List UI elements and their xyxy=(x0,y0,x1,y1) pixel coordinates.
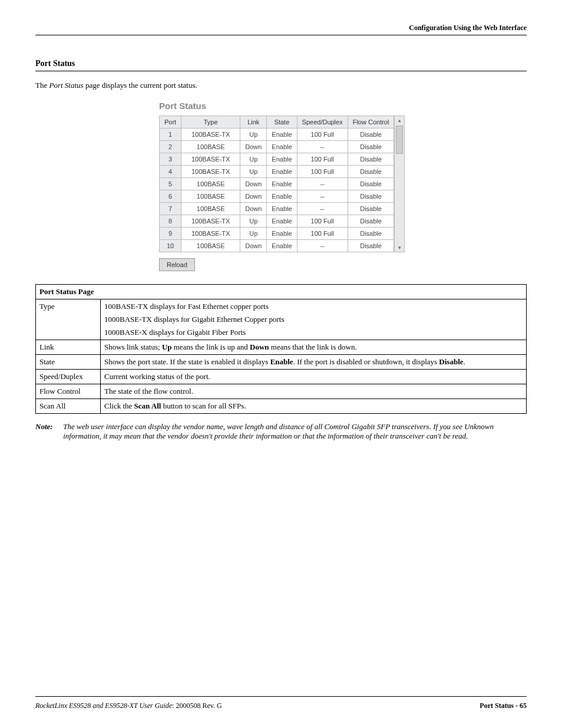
table-cell: 100BASE-TX xyxy=(181,166,240,178)
intro-text: The Port Status page displays the curren… xyxy=(35,81,527,90)
table-cell: 100BASE-TX xyxy=(181,153,240,166)
intro-em: Port Status xyxy=(49,81,83,90)
desc-scan-b1: Scan All xyxy=(134,401,161,410)
table-cell: Enable xyxy=(267,166,297,178)
table-row: 6100BASEDownEnable--Disable xyxy=(160,190,394,203)
table-cell: Down xyxy=(240,240,267,252)
table-cell: Up xyxy=(240,215,267,228)
scroll-down-icon[interactable]: ▾ xyxy=(398,243,401,252)
desc-type-text: 100BASE-TX displays for Fast Ethernet co… xyxy=(101,299,527,340)
table-cell: Disable xyxy=(348,178,394,190)
table-cell: 3 xyxy=(160,153,181,166)
footer-guide-rev: : 2000508 Rev. G xyxy=(172,701,222,710)
desc-speed-text: Current working status of the port. xyxy=(101,370,527,384)
note-label: Note: xyxy=(35,422,61,431)
table-cell: 100BASE-TX xyxy=(181,129,240,141)
desc-link-b2: Down xyxy=(250,342,269,351)
table-cell: 100BASE xyxy=(181,240,240,252)
table-cell: -- xyxy=(297,190,348,203)
table-row: 9100BASE-TXUpEnable100 FullDisable xyxy=(160,228,394,240)
table-cell: 4 xyxy=(160,166,181,178)
table-cell: 5 xyxy=(160,178,181,190)
table-row: 8100BASE-TXUpEnable100 FullDisable xyxy=(160,215,394,228)
header-section-label: Configuration Using the Web Interface xyxy=(35,24,527,35)
table-row: 3100BASE-TXUpEnable100 FullDisable xyxy=(160,153,394,166)
table-cell: 9 xyxy=(160,228,181,240)
desc-link-t1: Shows link status; xyxy=(104,342,162,351)
table-cell: Enable xyxy=(267,215,297,228)
table-row: 4100BASE-TXUpEnable100 FullDisable xyxy=(160,166,394,178)
reload-button[interactable]: Reload xyxy=(159,258,195,271)
table-cell: -- xyxy=(297,178,348,190)
table-cell: Disable xyxy=(348,129,394,141)
scroll-thumb[interactable] xyxy=(396,126,403,154)
page-footer: RocketLinx ES9528 and ES9528-XT User Gui… xyxy=(35,696,527,710)
table-cell: 8 xyxy=(160,215,181,228)
desc-link-t2: means the link is up and xyxy=(172,342,250,351)
table-cell: Disable xyxy=(348,190,394,203)
table-cell: Disable xyxy=(348,203,394,215)
desc-type-line3: 1000BASE-X displays for Gigabit Fiber Po… xyxy=(104,328,523,337)
desc-link-text: Shows link status; Up means the link is … xyxy=(101,340,527,355)
table-cell: 100 Full xyxy=(297,153,348,166)
desc-state-t3: . xyxy=(464,357,465,366)
col-state: State xyxy=(267,116,297,129)
desc-link-t3: means that the link is down. xyxy=(269,342,357,351)
col-type: Type xyxy=(181,116,240,129)
desc-state-b2: Disable xyxy=(439,357,463,366)
desc-scan-t1: Click the xyxy=(104,401,134,410)
table-cell: 7 xyxy=(160,203,181,215)
table-cell: -- xyxy=(297,203,348,215)
table-cell: Up xyxy=(240,166,267,178)
footer-left: RocketLinx ES9528 and ES9528-XT User Gui… xyxy=(35,701,222,710)
col-link: Link xyxy=(240,116,267,129)
desc-flow-text: The state of the flow control. xyxy=(101,384,527,399)
table-row: 7100BASEDownEnable--Disable xyxy=(160,203,394,215)
table-cell: 100BASE xyxy=(181,203,240,215)
table-scrollbar[interactable]: ▴ ▾ xyxy=(394,116,405,252)
table-cell: 100BASE xyxy=(181,178,240,190)
desc-link-label: Link xyxy=(36,340,101,355)
table-cell: Up xyxy=(240,129,267,141)
table-cell: 100 Full xyxy=(297,129,348,141)
desc-type-line2: 1000BASE-TX displays for Gigabit Etherne… xyxy=(104,315,523,324)
col-flow-control: Flow Control xyxy=(348,116,394,129)
scroll-up-icon[interactable]: ▴ xyxy=(398,116,401,124)
status-panel-title: Port Status xyxy=(159,101,436,111)
note-body: The web user interface can display the v… xyxy=(63,422,523,441)
table-cell: Up xyxy=(240,228,267,240)
table-cell: 100 Full xyxy=(297,215,348,228)
table-cell: 100BASE xyxy=(181,190,240,203)
table-cell: 6 xyxy=(160,190,181,203)
desc-scan-text: Click the Scan All button to scan for al… xyxy=(101,399,527,414)
section-title: Port Status xyxy=(35,59,527,71)
table-cell: Enable xyxy=(267,178,297,190)
col-port: Port xyxy=(160,116,181,129)
table-cell: Enable xyxy=(267,129,297,141)
table-cell: Disable xyxy=(348,153,394,166)
table-row: 2100BASEDownEnable--Disable xyxy=(160,141,394,153)
table-cell: 1 xyxy=(160,129,181,141)
desc-link-b1: Up xyxy=(162,342,172,351)
footer-right: Port Status - 65 xyxy=(480,701,527,710)
table-row: 1100BASE-TXUpEnable100 FullDisable xyxy=(160,129,394,141)
table-cell: Enable xyxy=(267,203,297,215)
desc-table-title: Port Status Page xyxy=(36,285,527,299)
port-status-description-table: Port Status Page Type 100BASE-TX display… xyxy=(35,284,527,414)
table-cell: 100 Full xyxy=(297,228,348,240)
table-cell: -- xyxy=(297,240,348,252)
table-cell: Enable xyxy=(267,153,297,166)
table-cell: Down xyxy=(240,203,267,215)
desc-state-text: Shows the port state. If the state is en… xyxy=(101,355,527,370)
table-cell: Disable xyxy=(348,240,394,252)
table-cell: 100 Full xyxy=(297,166,348,178)
table-cell: 100BASE-TX xyxy=(181,228,240,240)
col-speed-duplex: Speed/Duplex xyxy=(297,116,348,129)
desc-type-line1: 100BASE-TX displays for Fast Ethernet co… xyxy=(104,302,523,311)
desc-scan-t2: button to scan for all SFPs. xyxy=(161,401,246,410)
table-cell: 2 xyxy=(160,141,181,153)
footer-guide-title: RocketLinx ES9528 and ES9528-XT User Gui… xyxy=(35,701,172,710)
port-status-table: Port Type Link State Speed/Duplex Flow C… xyxy=(159,116,394,252)
table-cell: Enable xyxy=(267,240,297,252)
table-cell: Disable xyxy=(348,141,394,153)
